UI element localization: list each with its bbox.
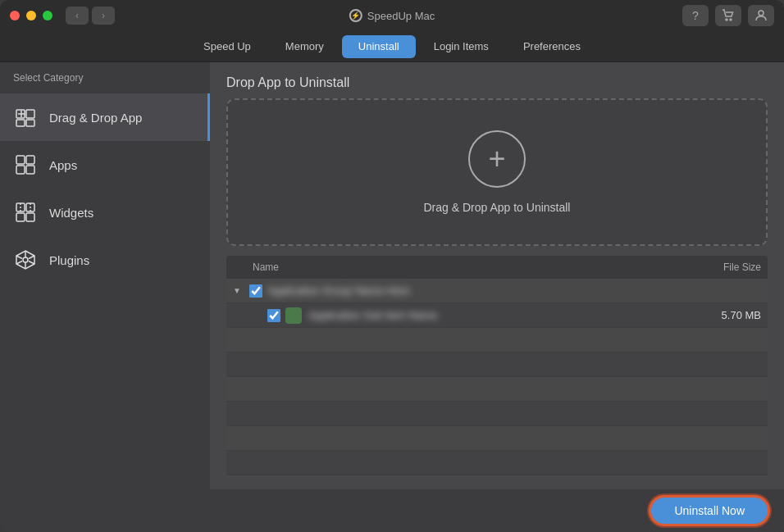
close-button[interactable] — [10, 11, 20, 20]
row-checkbox-1[interactable] — [249, 284, 262, 298]
svg-point-0 — [726, 19, 727, 20]
svg-rect-5 — [16, 120, 25, 126]
sidebar: Select Category Drag & Drop App — [0, 62, 210, 532]
drop-app-header: Drop App to Uninstall — [210, 62, 784, 98]
apps-icon — [13, 152, 38, 177]
expand-icon[interactable]: ▼ — [233, 286, 244, 295]
tab-speedup[interactable]: Speed Up — [187, 35, 267, 58]
app-title-area: ⚡ SpeedUp Mac — [349, 9, 435, 22]
sidebar-item-label-plugins: Plugins — [49, 253, 89, 267]
tab-memory[interactable]: Memory — [269, 35, 340, 58]
col-size-header: File Size — [679, 261, 761, 273]
row-file-size-1-1: 5.70 MB — [679, 309, 761, 321]
table-row: ▼ Application Group Name Here — [226, 279, 768, 303]
table-row-empty — [226, 352, 768, 377]
uninstall-now-button[interactable]: Uninstall Now — [651, 498, 768, 524]
bottom-bar: Uninstall Now — [210, 489, 784, 532]
help-button[interactable]: ? — [682, 5, 709, 26]
svg-line-24 — [29, 256, 34, 259]
svg-rect-11 — [16, 166, 25, 174]
content-area: Drop App to Uninstall + Drag & Drop App … — [210, 62, 784, 532]
table-row-empty — [226, 451, 768, 475]
table-row-empty — [226, 377, 768, 402]
svg-line-23 — [29, 261, 34, 265]
minimize-button[interactable] — [26, 11, 36, 20]
drag-drop-icon — [13, 105, 38, 130]
drop-zone-label: Drag & Drop App to Uninstall — [424, 201, 571, 214]
table-body: ▼ Application Group Name Here Applicatio… — [226, 279, 768, 480]
titlebar-right: ? — [682, 5, 774, 26]
tab-preferences[interactable]: Preferences — [507, 35, 597, 58]
svg-rect-9 — [16, 156, 25, 164]
main-layout: Select Category Drag & Drop App — [0, 62, 784, 532]
forward-button[interactable]: › — [92, 7, 115, 25]
svg-rect-10 — [26, 156, 34, 164]
svg-line-25 — [16, 261, 22, 265]
maximize-button[interactable] — [43, 11, 52, 20]
drop-plus-icon: + — [468, 130, 526, 188]
svg-rect-4 — [26, 110, 34, 118]
plugins-icon — [13, 248, 38, 272]
table-row-empty — [226, 328, 768, 352]
svg-point-2 — [759, 11, 763, 16]
row-checkbox-1-1[interactable] — [267, 309, 280, 322]
sidebar-item-label-drag-drop: Drag & Drop App — [49, 111, 142, 125]
svg-point-1 — [730, 19, 732, 20]
row-app-name-1-1: Application Sub Item Name — [308, 309, 679, 321]
drop-zone[interactable]: + Drag & Drop App to Uninstall — [226, 98, 768, 246]
table-header: Name File Size — [226, 256, 768, 279]
tabbar: Speed Up Memory Uninstall Login Items Pr… — [0, 31, 784, 62]
traffic-lights — [10, 11, 52, 20]
sidebar-item-apps[interactable]: Apps — [0, 141, 210, 189]
cart-button[interactable] — [715, 5, 741, 26]
tab-uninstall[interactable]: Uninstall — [342, 35, 416, 58]
app-logo-icon: ⚡ — [349, 9, 362, 22]
svg-rect-15 — [16, 213, 25, 221]
table-row-empty — [226, 402, 768, 426]
col-name-header: Name — [233, 261, 679, 273]
sidebar-item-widgets[interactable]: Widgets — [0, 189, 210, 236]
table-row-empty — [226, 475, 768, 480]
app-icon — [285, 307, 302, 324]
sidebar-item-plugins[interactable]: Plugins — [0, 236, 210, 284]
nav-arrows: ‹ › — [66, 7, 115, 25]
table-row-empty — [226, 426, 768, 451]
app-title: SpeedUp Mac — [367, 10, 435, 22]
svg-rect-16 — [26, 213, 34, 221]
titlebar: ‹ › ⚡ SpeedUp Mac ? — [0, 0, 784, 31]
tab-login-items[interactable]: Login Items — [417, 35, 505, 58]
svg-point-19 — [23, 257, 28, 262]
app-table: Name File Size ▼ Application Group Name … — [226, 256, 768, 480]
sidebar-item-drag-drop[interactable]: Drag & Drop App — [0, 93, 210, 141]
user-button[interactable] — [748, 5, 774, 26]
sidebar-item-label-apps: Apps — [49, 158, 77, 172]
sidebar-header: Select Category — [0, 62, 210, 93]
back-button[interactable]: ‹ — [66, 7, 89, 25]
svg-rect-6 — [26, 120, 34, 126]
table-row: Application Sub Item Name 5.70 MB — [226, 303, 768, 328]
widgets-icon — [13, 200, 38, 225]
svg-rect-12 — [26, 166, 34, 174]
row-app-name-1: Application Group Name Here — [267, 284, 679, 297]
sidebar-item-label-widgets: Widgets — [49, 206, 93, 220]
svg-line-22 — [16, 256, 22, 259]
